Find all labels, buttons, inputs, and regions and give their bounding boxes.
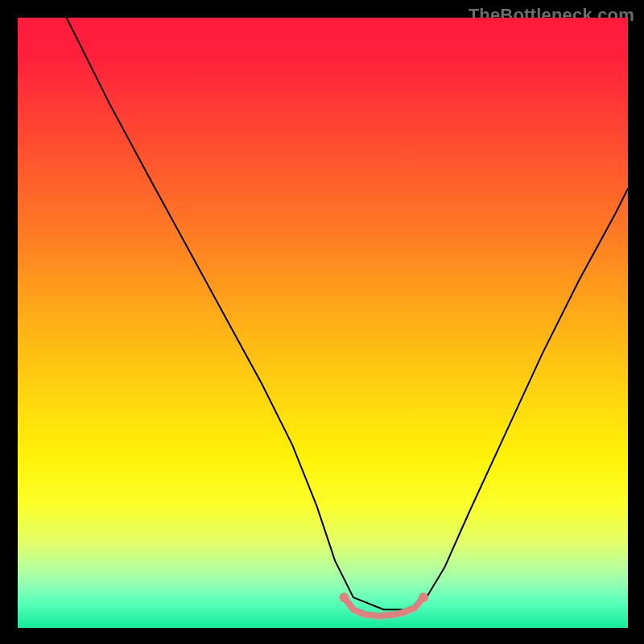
chart-background <box>18 18 628 628</box>
chart-frame: TheBottleneck.com <box>0 0 644 644</box>
chart-plot <box>18 18 628 628</box>
series-optimal-marker-dot <box>340 592 349 602</box>
series-optimal-marker-dot <box>419 592 428 602</box>
